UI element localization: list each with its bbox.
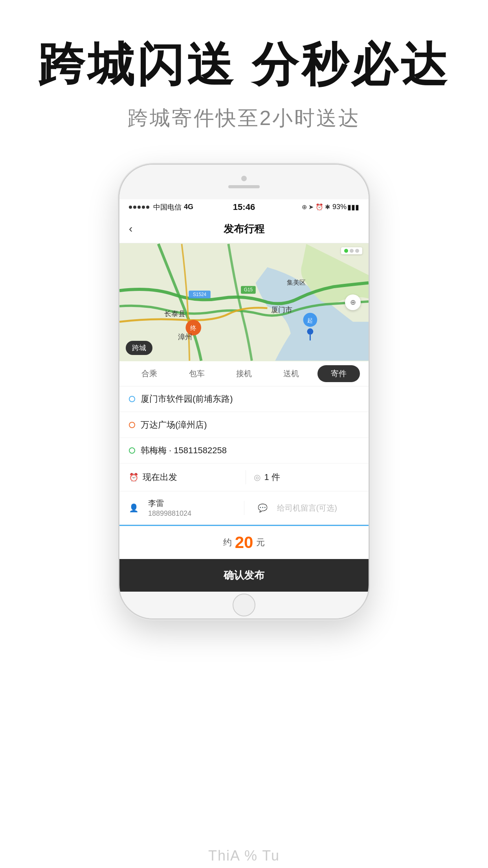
phone-outer: 中国电信 4G 15:46 ⊕ ➤ ⏰ ✱ 93% ▮▮▮ ‹ (118, 164, 370, 620)
phone-mockup: 中国电信 4G 15:46 ⊕ ➤ ⏰ ✱ 93% ▮▮▮ ‹ (114, 164, 374, 620)
confirm-button[interactable]: 确认发布 (119, 559, 369, 592)
nav-bar: ‹ 发布行程 (119, 215, 369, 243)
svg-text:G15: G15 (244, 287, 253, 292)
tab-carpooling[interactable]: 合乘 (126, 361, 173, 386)
phone-screen: 中国电信 4G 15:46 ⊕ ➤ ⏰ ✱ 93% ▮▮▮ ‹ (119, 199, 369, 592)
svg-text:S1524: S1524 (193, 292, 207, 297)
sender-row: 👤 李雷 18899881024 💬 给司机留言(可选) (119, 491, 369, 524)
map-area: S1524 G15 长泰县 集美区 厦门市 终 漳州 起 (119, 243, 369, 361)
home-button[interactable] (233, 594, 255, 616)
crosshair-button[interactable]: ⊕ (345, 294, 361, 310)
signal-dot-3 (138, 206, 141, 209)
signal-dots (129, 206, 149, 209)
speaker-bar (228, 185, 260, 188)
contact-dot (129, 447, 135, 454)
back-button[interactable]: ‹ (129, 223, 132, 235)
tabs-bar: 合乘 包车 接机 送机 寄件 (119, 361, 369, 386)
message-placeholder[interactable]: 给司机留言(可选) (277, 503, 360, 513)
signal-dot-4 (142, 206, 145, 209)
svg-text:长泰县: 长泰县 (164, 309, 185, 317)
depart-row: ⏰ 现在出发 ◎ 1 件 (119, 463, 369, 491)
status-bar: 中国电信 4G 15:46 ⊕ ➤ ⏰ ✱ 93% ▮▮▮ (119, 199, 369, 215)
carrier-label: 中国电信 (153, 202, 182, 212)
signal-dot-5 (146, 206, 149, 209)
row-divider (246, 470, 246, 484)
price-area: 约 20 元 (119, 525, 369, 559)
hero-title: 跨城闪送 分秒必达 (38, 39, 450, 90)
svg-text:漳州: 漳州 (178, 333, 192, 341)
traffic-gray (350, 249, 354, 253)
nav-title: 发布行程 (224, 222, 264, 236)
box-icon: ◎ (254, 473, 261, 482)
price-prefix: 约 (223, 537, 232, 548)
depart-label[interactable]: 现在出发 (143, 471, 238, 483)
svg-text:终: 终 (190, 325, 196, 331)
sender-info: 李雷 18899881024 (148, 498, 231, 518)
watermark-area: ThiA % Tu (0, 620, 488, 868)
message-icon: 💬 (258, 503, 268, 513)
traffic-red (355, 249, 359, 253)
camera-dot (241, 176, 247, 181)
svg-text:厦门市: 厦门市 (271, 306, 292, 314)
traffic-indicator (341, 247, 362, 254)
battery-label: 93% ▮▮▮ (332, 203, 359, 211)
form-area: 厦门市软件园(前埔东路) 万达广场(漳州店) 韩梅梅 · 15811582258 (119, 386, 369, 525)
svg-point-13 (307, 328, 313, 335)
page-container: 跨城闪送 分秒必达 跨城寄件快至2小时送达 (0, 0, 488, 868)
sender-divider (244, 501, 244, 515)
tab-delivery[interactable]: 寄件 (315, 361, 362, 386)
price-value: 20 (235, 533, 253, 552)
signal-dot-1 (129, 206, 132, 209)
dropoff-dot (129, 422, 135, 428)
cross-city-badge: 跨城 (126, 341, 152, 355)
pickup-dot (129, 396, 135, 402)
person-icon: 👤 (129, 503, 139, 513)
phone-top-bezel (119, 165, 369, 199)
status-right: ⊕ ➤ ⏰ ✱ 93% ▮▮▮ (302, 203, 359, 211)
watermark-text: ThiA % Tu (208, 848, 280, 864)
tab-charter[interactable]: 包车 (173, 361, 220, 386)
dropoff-text: 万达广场(漳州店) (141, 419, 359, 431)
map-svg: S1524 G15 长泰县 集美区 厦门市 终 漳州 起 (119, 243, 369, 361)
sender-name: 李雷 (148, 498, 231, 509)
pickup-text: 厦门市软件园(前埔东路) (141, 393, 359, 405)
tab-pickup[interactable]: 接机 (220, 361, 268, 386)
hero-subtitle: 跨城寄件快至2小时送达 (128, 105, 361, 132)
signal-dot-2 (133, 206, 136, 209)
price-unit: 元 (256, 537, 265, 548)
dropoff-row[interactable]: 万达广场(漳州店) (119, 412, 369, 438)
depart-split: ⏰ 现在出发 ◎ 1 件 (129, 470, 359, 484)
contact-text: 韩梅梅 · 15811582258 (141, 445, 359, 456)
pickup-row[interactable]: 厦门市软件园(前埔东路) (119, 386, 369, 412)
sender-phone: 18899881024 (148, 509, 231, 518)
phone-bottom-bezel (119, 592, 369, 618)
status-left: 中国电信 4G (129, 202, 193, 212)
svg-text:起: 起 (307, 317, 313, 324)
status-icons: ⊕ ➤ ⏰ ✱ (302, 203, 330, 211)
contact-row[interactable]: 韩梅梅 · 15811582258 (119, 438, 369, 463)
network-label: 4G (184, 203, 193, 211)
count-label[interactable]: 1 件 (264, 471, 360, 483)
tab-dropoff[interactable]: 送机 (268, 361, 315, 386)
svg-text:集美区: 集美区 (287, 279, 306, 286)
time-label: 15:46 (233, 202, 255, 212)
hero-section: 跨城闪送 分秒必达 跨城寄件快至2小时送达 (0, 0, 488, 132)
traffic-green (344, 249, 348, 253)
clock-icon: ⏰ (129, 473, 139, 482)
